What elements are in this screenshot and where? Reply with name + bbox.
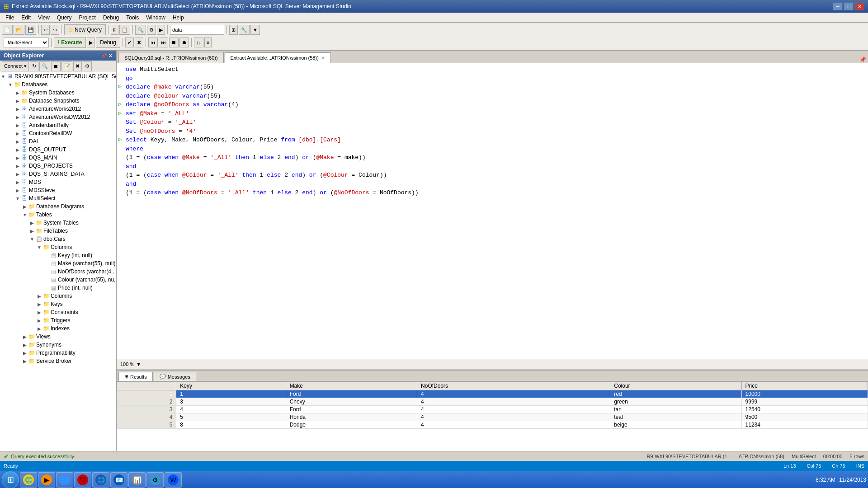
tree-db-diagrams[interactable]: ▶ 📁 Database Diagrams — [0, 202, 116, 211]
tree-system-tables[interactable]: ▶ 📁 System Tables — [0, 219, 116, 227]
taskbar-btn-3[interactable]: 🌐 — [56, 472, 73, 488]
menu-project[interactable]: Project — [75, 14, 99, 22]
menu-tools[interactable]: Tools — [123, 14, 142, 22]
tb-x-btn[interactable]: ✖ — [135, 38, 143, 47]
tree-dbo-cars[interactable]: ▼ 📋 dbo.Cars — [0, 235, 116, 243]
table-row[interactable]: 2 3 Chevy 4 green 9999 — [117, 398, 868, 406]
oe-pin-icon[interactable]: 📌 — [101, 53, 107, 58]
tree-col-colour[interactable]: ▤ Colour (varchar(55), nu... — [0, 276, 116, 284]
db-selector[interactable] — [170, 25, 224, 35]
tree-db-snapshots[interactable]: ▶ 📁 Database Snapshots — [0, 97, 116, 105]
tree-triggers[interactable]: ▶ 📁 Constraints — [0, 308, 116, 316]
tab-extract-available[interactable]: Extract Available...ATRION\ssimon (58)) … — [225, 52, 331, 63]
new-query-button[interactable]: ⊞ New Query — [64, 24, 106, 35]
oe-close-icon[interactable]: ✕ — [108, 53, 112, 58]
tb-analyze3[interactable]: ⏹ — [169, 38, 179, 47]
tree-file-tables[interactable]: ▶ 📁 FileTables — [0, 227, 116, 235]
maximize-button[interactable]: □ — [844, 2, 854, 10]
tb-undo-btn[interactable]: ↩ — [41, 25, 50, 35]
tb-play-icon[interactable]: ▶ — [87, 38, 95, 47]
tb-misc1[interactable]: ⊞ — [229, 25, 238, 35]
tab-pin-icon[interactable]: 📌 — [859, 56, 866, 63]
tb-extra3[interactable]: ▶ — [157, 25, 165, 35]
tree-db-4[interactable]: ▶ 🗄 DAL — [0, 137, 116, 145]
tree-db-multiselect[interactable]: ▼ 🗄 MultiSelect — [0, 194, 116, 202]
tree-databases[interactable]: ▼ 📁 Databases — [0, 80, 116, 89]
menu-view[interactable]: View — [34, 14, 53, 22]
tree-col-noofdoors[interactable]: ▤ NoOfDoors (varchar(4,...)) — [0, 267, 116, 276]
tree-db-5[interactable]: ▶ 🗄 DQS_OUTPUT — [0, 145, 116, 154]
tree-db-2[interactable]: ▶ 🗄 AmsterdamRally — [0, 121, 116, 129]
taskbar-btn-9[interactable]: W — [165, 472, 182, 488]
menu-window[interactable]: Window — [142, 14, 169, 22]
tree-views[interactable]: ▶ 📁 Views — [0, 333, 116, 341]
tree-indexes[interactable]: ▶ 📁 Triggers — [0, 316, 116, 324]
tree-columns-folder[interactable]: ▼ 📁 Columns — [0, 243, 116, 251]
tb-open-btn[interactable]: 📂 — [14, 25, 24, 35]
tree-service-broker[interactable]: ▶ 📁 Service Broker — [0, 357, 116, 365]
tb-new-file-btn[interactable]: 📄 — [2, 25, 13, 35]
tb-redo-btn[interactable]: ↪ — [51, 25, 59, 35]
tb-analyze1[interactable]: ⏮ — [148, 38, 158, 47]
oe-filter-button[interactable]: 🔍 — [39, 61, 50, 71]
tree-tables[interactable]: ▼ 📁 Tables — [0, 211, 116, 219]
minimize-button[interactable]: ─ — [833, 2, 843, 10]
tab-sqlquery10[interactable]: SQLQuery10.sql - R...TRION\ssimon (60)) — [118, 52, 224, 63]
results-tab-results[interactable]: ⊞ Results — [118, 372, 153, 381]
table-row[interactable]: 4 5 Honda 4 teal 9500 — [117, 413, 868, 421]
tree-programmability[interactable]: ▶ 📁 Programmability — [0, 349, 116, 357]
oe-stop-button[interactable]: ⏹ — [51, 61, 61, 71]
taskbar-btn-7[interactable]: 📊 — [128, 472, 146, 488]
taskbar-btn-1[interactable]: 🌐 — [20, 472, 37, 488]
tree-col-keyy[interactable]: ▤ Keyy (int, null) — [0, 251, 116, 259]
taskbar-btn-4[interactable]: 🛡 — [74, 472, 91, 488]
tree-system-dbs[interactable]: ▶ 📁 System Databases — [0, 89, 116, 97]
code-editor[interactable]: use MultiSelect go ▷ declare @make varch… — [117, 63, 868, 359]
mode-selector[interactable]: MultiSelect — [4, 38, 49, 47]
tb-analyze4[interactable]: ⏺ — [179, 38, 189, 47]
editor-area[interactable]: use MultiSelect go ▷ declare @make varch… — [117, 63, 868, 451]
tree-col-make[interactable]: ▤ Make (varchar(55), null) — [0, 259, 116, 267]
tb-extra1[interactable]: 🔍 — [135, 25, 146, 35]
menu-help[interactable]: Help — [169, 14, 188, 22]
tree-db-7[interactable]: ▶ 🗄 DQS_PROJECTS — [0, 162, 116, 170]
tree-db-6[interactable]: ▶ 🗄 DQS_MAIN — [0, 154, 116, 162]
oe-new-button[interactable]: 📝 — [61, 61, 72, 71]
execute-button[interactable]: ! Execute — [54, 37, 86, 48]
taskbar-btn-2[interactable]: ▶ — [38, 472, 55, 488]
results-tab-messages[interactable]: 💬 Messages — [154, 372, 196, 381]
tb-paste-btn[interactable]: 📋 — [119, 25, 130, 35]
tree-statistics[interactable]: ▶ 📁 Indexes — [0, 324, 116, 333]
taskbar-btn-5[interactable]: 🌐 — [92, 472, 109, 488]
close-button[interactable]: ✕ — [854, 2, 864, 10]
oe-refresh-button[interactable]: ↻ — [30, 61, 38, 71]
tree-synonyms[interactable]: ▶ 📁 Synonyms — [0, 341, 116, 349]
tree-db-8[interactable]: ▶ 🗄 DQS_STAGING_DATA — [0, 170, 116, 178]
taskbar-btn-8[interactable]: ⚙ — [146, 472, 164, 488]
tb-extra2[interactable]: ⚙ — [147, 25, 156, 35]
table-row[interactable]: 1 1 Ford 4 red 10000 — [117, 390, 868, 398]
menu-debug[interactable]: Debug — [99, 14, 123, 22]
debug-button[interactable]: Debug — [96, 37, 120, 48]
tb-analyze2[interactable]: ⏭ — [159, 38, 168, 47]
tree-db-1[interactable]: ▶ 🗄 AdventureWorksDW2012 — [0, 113, 116, 121]
tree-db-10[interactable]: ▶ 🗄 MDSSteve — [0, 186, 116, 194]
oe-connect-button[interactable]: Connect ▾ — [2, 61, 29, 71]
tree-db-3[interactable]: ▶ 🗄 ContosoRetailDW — [0, 129, 116, 137]
table-row[interactable]: 5 8 Dodge 4 beige 11234 — [117, 421, 868, 429]
tb-misc2[interactable]: 🔧 — [239, 25, 250, 35]
tree-constraints[interactable]: ▶ 📁 Keys — [0, 300, 116, 308]
menu-file[interactable]: File — [2, 14, 18, 22]
tree-keys[interactable]: ▶ 📁 Columns — [0, 292, 116, 300]
oe-props-button[interactable]: ⚙ — [83, 61, 92, 71]
start-button[interactable]: ⊞ — [2, 471, 19, 488]
tree-col-price[interactable]: ▤ Price (int, null) — [0, 284, 116, 292]
tb-copy-btn[interactable]: ⎘ — [111, 25, 118, 35]
tb-sort2[interactable]: ≡ — [204, 38, 212, 47]
menu-edit[interactable]: Edit — [18, 14, 34, 22]
tree-db-9[interactable]: ▶ 🗄 MDS — [0, 178, 116, 186]
tb-save-btn[interactable]: 💾 — [25, 25, 36, 35]
table-row[interactable]: 3 4 Ford 4 tan 12540 — [117, 406, 868, 413]
zoom-dropdown-icon[interactable]: ▼ — [136, 361, 141, 367]
tab2-close-icon[interactable]: ✕ — [321, 56, 325, 61]
